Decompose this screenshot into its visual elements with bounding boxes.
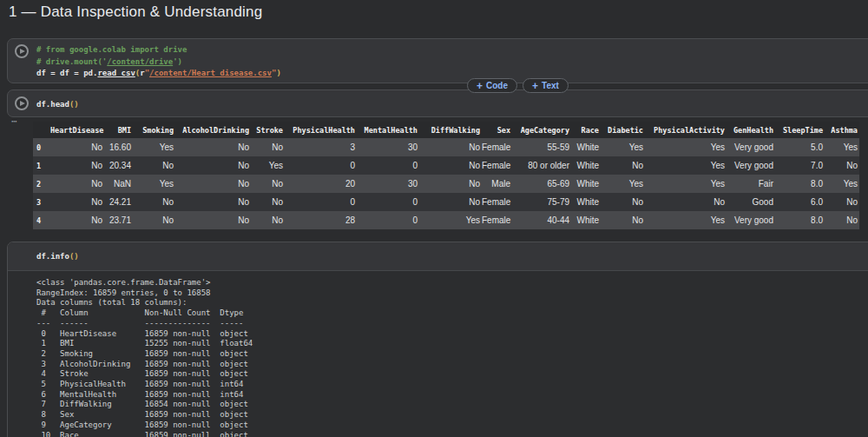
add-code-button[interactable]: + Code [467,78,517,93]
table-cell: No [50,211,104,229]
table-cell: Yes [133,138,175,156]
add-text-button[interactable]: + Text [523,78,569,93]
code-editor-imports[interactable]: # from google.colab import drive# drive.… [36,39,868,80]
output-options-icon[interactable]: ⋯ [11,116,18,127]
table-cell: 8.0 [775,175,825,193]
table-cell: No [825,193,859,211]
add-code-label: Code [486,81,508,90]
notebook-page: 1 — Data Inspection & Understanding # fr… [0,0,868,437]
row-index: 2 [33,175,50,193]
column-header: Asthma [825,122,859,138]
column-header: Stroke [251,122,285,138]
table-cell: 20.34 [104,156,133,175]
table-cell: 40-44 [512,211,571,229]
table-cell: Female [482,156,512,175]
column-header: AlcoholDrinking [175,122,251,138]
row-index: 3 [33,193,50,211]
table-cell: White [571,156,601,175]
table-cell: 75-79 [512,193,571,211]
add-text-label: Text [542,81,559,90]
table-cell: Fair [727,175,775,193]
code-editor-head[interactable]: df.head() [36,90,868,111]
page-title: 1 — Data Inspection & Understanding [9,3,262,21]
table-cell: No [645,193,727,211]
table-cell: 55-59 [512,138,571,156]
table-cell: Very good [727,138,775,156]
table-cell: 7.0 [775,156,825,175]
table-cell: No [175,211,251,229]
table-cell: 0 [357,156,419,175]
table-cell: No [133,211,175,229]
table-cell: White [571,138,601,156]
table-cell: Yes [645,211,727,229]
table-cell: 65-69 [512,175,571,193]
code-editor-info-band: df.info() [8,242,868,271]
row-index: 4 [33,211,50,229]
table-cell: No [419,156,482,175]
table-cell: No [601,156,645,175]
column-header: Diabetic [601,122,645,138]
table-cell: 16.60 [104,138,133,156]
table-row: 4No23.71NoNoNo280YesFemale40-44WhiteNoYe… [33,211,859,229]
column-header: PhysicalActivity [645,122,727,138]
code-line: # drive.mount('/content/drive') [36,56,868,69]
code-cell-head: df.head() [7,89,868,117]
table-cell: No [50,138,104,156]
table-cell: White [571,211,601,229]
code-token: df.head [36,100,69,109]
plus-icon: + [532,81,538,91]
table-cell: No [175,138,251,156]
code-line: # from google.colab import drive [36,44,868,56]
info-output: <class 'pandas.core.frame.DataFrame'> Ra… [36,278,868,437]
table-cell: No [419,193,482,211]
code-line: df = df = pd.read_csv(r"/content/Heart_d… [36,68,868,80]
index-column-header [33,122,50,138]
column-header: Race [571,122,601,138]
table-cell: No [133,156,175,175]
run-cell-button[interactable] [15,44,29,58]
table-cell: 3 [285,138,357,156]
table-cell: 0 [285,193,357,211]
column-header: HeartDisease [50,122,104,138]
code-token: ) [276,69,280,77]
code-cell-info: df.info() <class 'pandas.core.frame.Data… [7,242,868,437]
code-token: # drive.mount(' [36,57,107,66]
code-token: /content/Heart_disease.csv [149,69,272,77]
table-cell: White [571,193,601,211]
table-cell: No [419,175,482,193]
code-token: read_csv [97,69,135,77]
table-row: 0No16.60YesNoNo330NoFemale55-59WhiteYesY… [33,138,859,156]
column-header: PhysicalHealth [285,122,357,138]
table-cell: 23.71 [104,211,133,229]
code-token: # from google.colab import drive [36,45,187,54]
table-row: 1No20.34NoNoYes00NoFemale80 or olderWhit… [33,156,859,175]
table-cell: No [175,175,251,193]
code-line: df.info() [36,251,868,263]
table-cell: 6.0 [775,193,825,211]
table-cell: Good [727,193,775,211]
table-cell: 30 [357,175,419,193]
dataframe-table: HeartDiseaseBMISmokingAlcoholDrinkingStr… [33,122,859,229]
table-cell: No [419,138,482,156]
table-cell: 24.21 [104,193,133,211]
table-row: 2NoNaNYesNoNo2030NoMale65-69WhiteYesYesF… [33,175,859,193]
table-cell: Yes [133,175,175,193]
table-cell: Yes [601,175,645,193]
table-cell: No [251,211,285,229]
table-cell: No [601,211,645,229]
code-cell-imports: # from google.colab import drive# drive.… [7,38,868,83]
table-cell: White [571,175,601,193]
table-cell: 20 [285,175,357,193]
code-token: df.info [36,252,69,261]
code-editor-info[interactable]: df.info() [36,242,868,263]
table-cell: No [601,193,645,211]
table-cell: No [251,193,285,211]
code-token: ') [173,57,182,66]
table-cell: No [50,156,104,175]
run-cell-button[interactable] [15,96,29,110]
table-cell: No [175,193,251,211]
table-cell: 0 [357,193,419,211]
column-header: AgeCategory [512,122,571,138]
column-header: Smoking [133,122,175,138]
table-cell: Yes [645,175,727,193]
